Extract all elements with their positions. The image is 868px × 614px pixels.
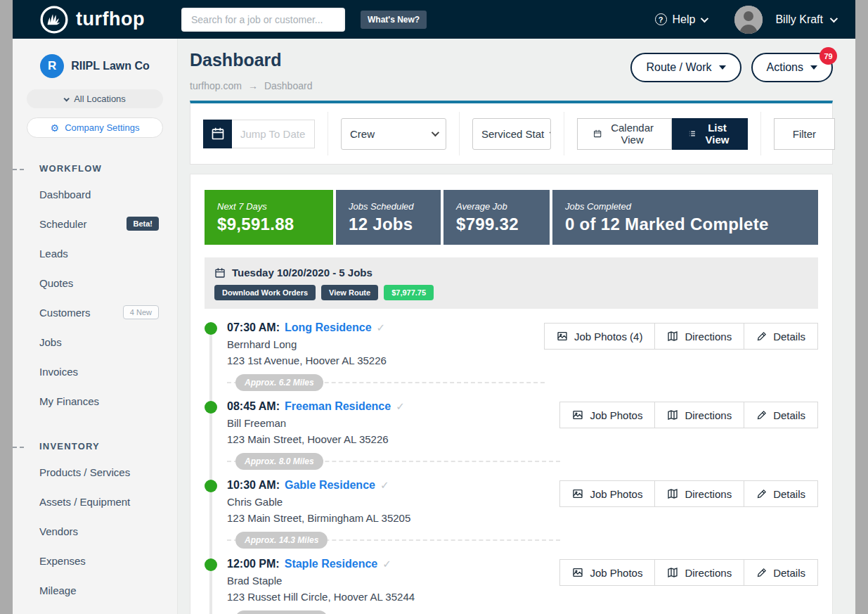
chevron-down-icon [64, 96, 70, 101]
checkmark-icon: ✓ [380, 479, 389, 492]
route-work-button[interactable]: Route / Work [630, 53, 741, 82]
sidebar-item[interactable]: Dashboard [13, 179, 177, 209]
job-divider: Approx. 8.0 Miles [227, 461, 560, 469]
sidebar-item[interactable]: Products / Services [13, 457, 177, 487]
inventory-items: Products / Services Assets / Equipment V… [13, 457, 177, 614]
sidebar-item[interactable]: My Finances [13, 386, 177, 416]
view-route-button[interactable]: View Route [321, 285, 378, 300]
filter-button[interactable]: Filter [774, 118, 835, 150]
details-button[interactable]: Details [744, 323, 818, 350]
user-menu[interactable]: Billy Kraft [775, 13, 836, 26]
jump-to-date-input[interactable] [232, 120, 315, 148]
dashboard-card: Next 7 Days $9,591.88 Jobs Scheduled 12 … [190, 174, 833, 614]
brand-logo[interactable]: turfhop [39, 5, 145, 34]
whats-new-button[interactable]: What's New? [361, 11, 427, 29]
crew-select[interactable]: Crew [341, 118, 446, 150]
directions-button[interactable]: Directions [654, 323, 744, 350]
serviced-status-group: Serviced Stat [460, 112, 564, 155]
checkmark-icon: ✓ [382, 558, 391, 570]
main-content: Dashboard turfhop.com → Dashboard Route … [178, 39, 855, 614]
sidebar-item[interactable]: Scheduler Beta! [13, 209, 177, 238]
map-icon [667, 409, 678, 421]
crew-group: Crew [328, 112, 460, 155]
breadcrumb-root[interactable]: turfhop.com [190, 80, 242, 91]
company-settings-button[interactable]: ⚙ Company Settings [27, 117, 163, 138]
sidebar-item[interactable]: Vendors [13, 516, 177, 546]
sidebar-item[interactable]: Jobs [13, 327, 177, 357]
chevron-down-icon [550, 129, 551, 136]
list-view-button[interactable]: List View [672, 118, 748, 150]
job-photos-button[interactable]: Job Photos [559, 402, 655, 428]
inventory-section-title: INVENTORY [13, 441, 177, 452]
all-locations-dropdown[interactable]: All Locations [27, 89, 163, 108]
serviced-status-select[interactable]: Serviced Stat [472, 118, 551, 150]
job-actions: Job Photos Directions Details [560, 479, 818, 558]
job-time: 12:00 PM: [227, 558, 280, 570]
job-actions: Job Photos Directions Details [560, 400, 818, 479]
calendar-view-button[interactable]: Calendar View [577, 118, 672, 150]
sidebar-item[interactable]: Quotes [13, 268, 177, 298]
day-title-text: Tuesday 10/20/2020 - 5 Jobs [232, 267, 373, 279]
workflow-section: WORKFLOW Dashboard Scheduler Beta! Leads… [13, 163, 177, 416]
breadcrumb-current: Dashboard [264, 80, 313, 91]
image-icon [572, 567, 583, 578]
app-window: turfhop What's New? ? Help Billy Kraft [13, 0, 855, 614]
sidebar-item[interactable]: Mileage [13, 575, 177, 605]
day-total-badge: $7,977.75 [384, 285, 434, 300]
job-status-dot [205, 401, 217, 414]
company-settings-label: Company Settings [65, 122, 139, 133]
company-logo: R [40, 54, 64, 78]
directions-button[interactable]: Directions [654, 480, 744, 507]
job-photos-button[interactable]: Job Photos [559, 559, 655, 586]
help-menu[interactable]: ? Help [655, 13, 707, 26]
sidebar-item[interactable]: Assets / Equipment [13, 487, 177, 516]
search-input[interactable] [181, 8, 345, 32]
help-icon: ? [655, 13, 667, 25]
company-row[interactable]: R RIIPL Lawn Co [13, 54, 177, 78]
pencil-icon [756, 331, 767, 342]
job-list: 07:30 AM: Long Residence ✓ Bernhard Long… [205, 309, 818, 614]
breadcrumb-arrow-icon: → [248, 80, 258, 91]
map-icon [667, 567, 678, 578]
job-actions: Job Photos Directions Details [560, 558, 818, 614]
top-navbar: turfhop What's New? ? Help Billy Kraft [13, 0, 855, 39]
gear-icon: ⚙ [51, 122, 60, 134]
job-photos-button[interactable]: Job Photos (4) [544, 323, 656, 350]
sidebar-item[interactable]: Leads [13, 238, 177, 268]
all-locations-label: All Locations [74, 94, 126, 104]
actions-button[interactable]: Actions 79 [751, 53, 833, 82]
job-status-dot [205, 480, 217, 492]
page-title: Dashboard [190, 50, 312, 70]
job-residence-link[interactable]: Long Residence [285, 321, 372, 334]
sidebar-item[interactable]: Invoices [13, 357, 177, 386]
details-button[interactable]: Details [744, 402, 818, 428]
actions-count-badge: 79 [820, 47, 837, 65]
date-picker-button[interactable] [203, 120, 232, 148]
job-residence-link[interactable]: Staple Residence [285, 558, 378, 570]
job-photos-button[interactable]: Job Photos [559, 480, 655, 507]
sidebar-item[interactable]: Expenses [13, 546, 177, 575]
job-row: 07:30 AM: Long Residence ✓ Bernhard Long… [205, 321, 818, 400]
user-avatar[interactable] [734, 6, 763, 34]
stat-jobs-completed: Jobs Completed 0 of 12 Marked Complete [552, 190, 818, 245]
job-residence-link[interactable]: Gable Residence [285, 479, 375, 492]
sidebar-item[interactable]: Customers 4 New [13, 298, 177, 327]
directions-button[interactable]: Directions [654, 402, 744, 428]
miles-badge: Approx. 99.7 Miles [235, 610, 328, 614]
user-name: Billy Kraft [775, 13, 823, 26]
calendar-icon [214, 267, 226, 279]
directions-button[interactable]: Directions [654, 559, 744, 586]
help-label: Help [673, 13, 696, 26]
breadcrumb: turfhop.com → Dashboard [190, 80, 312, 91]
details-button[interactable]: Details [744, 559, 818, 586]
job-residence-link[interactable]: Freeman Residence [285, 400, 391, 413]
sidebar-item[interactable]: Purchase Orders [13, 605, 177, 614]
day-header: Tuesday 10/20/2020 - 5 Jobs Download Wor… [205, 257, 818, 309]
filter-group: Filter [761, 112, 836, 155]
job-row: 08:45 AM: Freeman Residence ✓ Bill Freem… [205, 400, 818, 479]
details-button[interactable]: Details [744, 480, 818, 507]
job-row: 10:30 AM: Gable Residence ✓ Chris Gable … [205, 479, 818, 558]
checkmark-icon: ✓ [396, 400, 405, 413]
job-time: 07:30 AM: [227, 321, 280, 334]
download-work-orders-button[interactable]: Download Work Orders [214, 285, 316, 300]
